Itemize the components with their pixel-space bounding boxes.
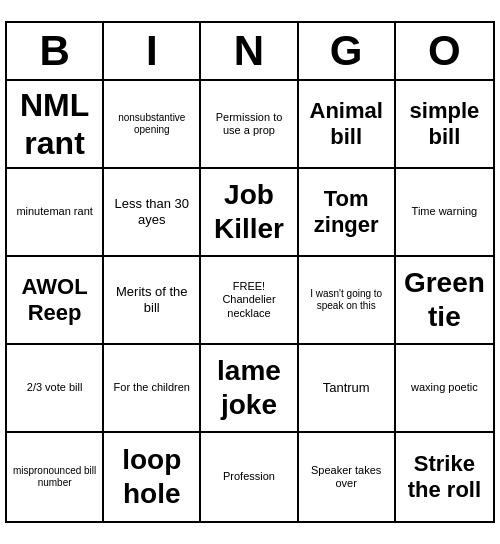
bingo-cell: minuteman rant bbox=[7, 169, 104, 257]
bingo-cell: Speaker takes over bbox=[299, 433, 396, 521]
bingo-grid: NML rantnonsubstantive openingPermission… bbox=[7, 81, 493, 521]
bingo-cell: Merits of the bill bbox=[104, 257, 201, 345]
bingo-cell: I wasn't going to speak on this bbox=[299, 257, 396, 345]
bingo-cell: simple bill bbox=[396, 81, 493, 169]
bingo-header: BINGO bbox=[7, 23, 493, 81]
bingo-cell: Strike the roll bbox=[396, 433, 493, 521]
bingo-cell: waxing poetic bbox=[396, 345, 493, 433]
header-letter: I bbox=[104, 23, 201, 79]
bingo-cell: Tom zinger bbox=[299, 169, 396, 257]
header-letter: G bbox=[299, 23, 396, 79]
bingo-cell: loop hole bbox=[104, 433, 201, 521]
bingo-cell: mispronounced bill number bbox=[7, 433, 104, 521]
bingo-cell: lame joke bbox=[201, 345, 298, 433]
bingo-cell: Tantrum bbox=[299, 345, 396, 433]
bingo-cell: nonsubstantive opening bbox=[104, 81, 201, 169]
bingo-card: BINGO NML rantnonsubstantive openingPerm… bbox=[5, 21, 495, 523]
header-letter: B bbox=[7, 23, 104, 79]
bingo-cell: FREE! Chandelier necklace bbox=[201, 257, 298, 345]
bingo-cell: For the children bbox=[104, 345, 201, 433]
bingo-cell: 2/3 vote bill bbox=[7, 345, 104, 433]
bingo-cell: NML rant bbox=[7, 81, 104, 169]
bingo-cell: Animal bill bbox=[299, 81, 396, 169]
header-letter: O bbox=[396, 23, 493, 79]
bingo-cell: Time warning bbox=[396, 169, 493, 257]
header-letter: N bbox=[201, 23, 298, 79]
bingo-cell: Job Killer bbox=[201, 169, 298, 257]
bingo-cell: Profession bbox=[201, 433, 298, 521]
bingo-cell: Green tie bbox=[396, 257, 493, 345]
bingo-cell: Less than 30 ayes bbox=[104, 169, 201, 257]
bingo-cell: Permission to use a prop bbox=[201, 81, 298, 169]
bingo-cell: AWOL Reep bbox=[7, 257, 104, 345]
